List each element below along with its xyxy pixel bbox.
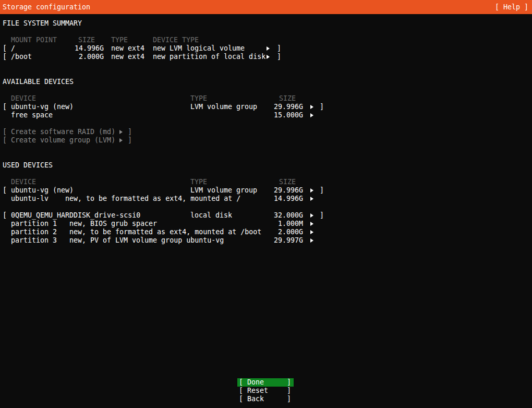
button-label: Done xyxy=(247,378,264,387)
fs-summary-column-headers: MOUNT POINT SIZE TYPE DEVICE TYPE xyxy=(0,36,532,44)
mount-point-value: /boot xyxy=(11,53,32,61)
expand-arrow-icon xyxy=(310,222,313,226)
reset-button[interactable]: [ Reset ] xyxy=(237,387,294,395)
expand-arrow-icon xyxy=(310,105,313,109)
used-row-partition-3[interactable]: partition 3 new, PV of LVM volume group … xyxy=(0,236,532,245)
used-devices-section-title: USED DEVICES xyxy=(0,161,532,170)
fs-row-root[interactable]: [ / 14.996G new ext4 new LVM logical vol… xyxy=(0,44,532,53)
row-bracket-right: ] xyxy=(320,103,324,111)
device-note: new, PV of LVM volume group ubuntu-vg xyxy=(69,236,224,245)
device-value: free space xyxy=(11,111,53,119)
used-devices-column-headers: DEVICE TYPE SIZE xyxy=(0,178,532,186)
section-title: FILE SYSTEM SUMMARY xyxy=(3,19,82,28)
device-value: partition 2 xyxy=(11,228,57,236)
expand-arrow-icon xyxy=(310,238,313,243)
used-row-disk[interactable]: [ 0QEMU_QEMU_HARDDISK_drive-scsi0 local … xyxy=(0,211,532,220)
row-bracket-right: ] xyxy=(128,128,132,136)
button-bracket-right: ] xyxy=(287,387,291,395)
back-button[interactable]: [ Back ] xyxy=(237,395,294,403)
col-header-type: TYPE xyxy=(111,36,128,44)
expand-arrow-icon xyxy=(119,138,123,142)
mount-point-value: / xyxy=(11,44,15,53)
device-note: new, to be formatted as ext4, mounted at… xyxy=(65,195,240,203)
done-button[interactable]: [ Done ] xyxy=(237,378,294,387)
device-value: partition 1 xyxy=(11,220,57,228)
size-value: 29.997G xyxy=(256,236,303,245)
fs-row-boot[interactable]: [ /boot 2.000G new ext4 new partition of… xyxy=(0,53,532,61)
button-bracket-left: [ xyxy=(239,378,243,387)
device-value: ubuntu-vg (new) xyxy=(11,186,74,195)
col-header-size: SIZE xyxy=(279,94,296,103)
row-bracket-right: ] xyxy=(320,211,324,220)
col-header-mount-point: MOUNT POINT xyxy=(11,36,57,44)
button-bracket-right: ] xyxy=(287,378,291,387)
section-title: USED DEVICES xyxy=(3,161,53,170)
type-value: local disk xyxy=(190,211,232,220)
device-value: 0QEMU_QEMU_HARDDISK_drive-scsi0 xyxy=(11,211,140,220)
row-bracket-left: [ xyxy=(3,128,7,136)
device-value: ubuntu-lv xyxy=(11,195,49,203)
expand-arrow-icon xyxy=(310,188,313,193)
row-bracket-left: [ xyxy=(3,211,7,220)
row-bracket-left: [ xyxy=(3,53,7,61)
row-bracket-left: [ xyxy=(3,186,7,195)
section-title: AVAILABLE DEVICES xyxy=(3,78,74,86)
create-software-raid-button[interactable]: [ Create software RAID (md) ] xyxy=(0,128,532,136)
action-label: Create software RAID (md) xyxy=(11,128,115,136)
device-type-value: new partition of local disk xyxy=(153,53,265,61)
expand-arrow-icon xyxy=(267,55,270,59)
action-label: Create volume group (LVM) xyxy=(11,136,115,145)
col-header-device-type: DEVICE TYPE xyxy=(153,36,199,44)
page-title: Storage configuration xyxy=(3,3,90,11)
device-type-value: new LVM logical volume xyxy=(153,44,245,53)
used-row-partition-2[interactable]: partition 2 new, to be formatted as ext4… xyxy=(0,228,532,236)
expand-arrow-icon xyxy=(310,113,313,117)
size-value: 2.000G xyxy=(57,53,104,61)
device-note: new, BIOS grub spacer xyxy=(69,220,157,228)
expand-arrow-icon xyxy=(310,213,313,218)
col-header-type: TYPE xyxy=(190,178,207,186)
available-devices-column-headers: DEVICE TYPE SIZE xyxy=(0,94,532,103)
device-value: ubuntu-vg (new) xyxy=(11,103,74,111)
type-value: new ext4 xyxy=(111,44,144,53)
size-value: 1.000M xyxy=(256,220,303,228)
available-row-free-space[interactable]: free space 15.000G xyxy=(0,111,532,119)
button-bracket-right: ] xyxy=(287,395,291,403)
used-row-partition-1[interactable]: partition 1 new, BIOS grub spacer 1.000M xyxy=(0,220,532,228)
row-bracket-left: [ xyxy=(3,44,7,53)
row-bracket-right: ] xyxy=(320,186,324,195)
device-value: partition 3 xyxy=(11,236,57,245)
size-value: 14.996G xyxy=(57,44,104,53)
title-bar: Storage configuration [ Help ] xyxy=(0,0,532,14)
col-header-type: TYPE xyxy=(190,94,207,103)
size-value: 14.996G xyxy=(256,195,303,203)
fs-summary-section-title: FILE SYSTEM SUMMARY xyxy=(0,19,532,28)
expand-arrow-icon xyxy=(310,197,313,201)
available-row-ubuntu-vg[interactable]: [ ubuntu-vg (new) LVM volume group 29.99… xyxy=(0,103,532,111)
col-header-size: SIZE xyxy=(279,178,296,186)
row-bracket-left: [ xyxy=(3,136,7,145)
device-note: new, to be formatted as ext4, mounted at… xyxy=(69,228,261,236)
size-value: 15.000G xyxy=(256,111,303,119)
size-value: 29.996G xyxy=(256,103,303,111)
col-header-device: DEVICE xyxy=(11,94,36,103)
used-row-ubuntu-vg[interactable]: [ ubuntu-vg (new) LVM volume group 29.99… xyxy=(0,186,532,195)
create-volume-group-button[interactable]: [ Create volume group (LVM) ] xyxy=(0,136,532,145)
type-value: LVM volume group xyxy=(190,103,257,111)
button-bracket-left: [ xyxy=(239,395,243,403)
size-value: 29.996G xyxy=(256,186,303,195)
size-value: 2.000G xyxy=(256,228,303,236)
row-bracket-right: ] xyxy=(128,136,132,145)
button-label: Reset xyxy=(247,387,268,395)
expand-arrow-icon xyxy=(310,230,313,234)
expand-arrow-icon xyxy=(119,130,123,134)
row-bracket-right: ] xyxy=(277,44,281,53)
type-value: new ext4 xyxy=(111,53,144,61)
col-header-size: SIZE xyxy=(78,36,95,44)
expand-arrow-icon xyxy=(267,46,270,51)
col-header-device: DEVICE xyxy=(11,178,36,186)
row-bracket-right: ] xyxy=(277,53,281,61)
help-button[interactable]: [ Help ] xyxy=(495,3,528,11)
used-row-ubuntu-lv[interactable]: ubuntu-lv new, to be formatted as ext4, … xyxy=(0,195,532,203)
row-bracket-left: [ xyxy=(3,103,7,111)
